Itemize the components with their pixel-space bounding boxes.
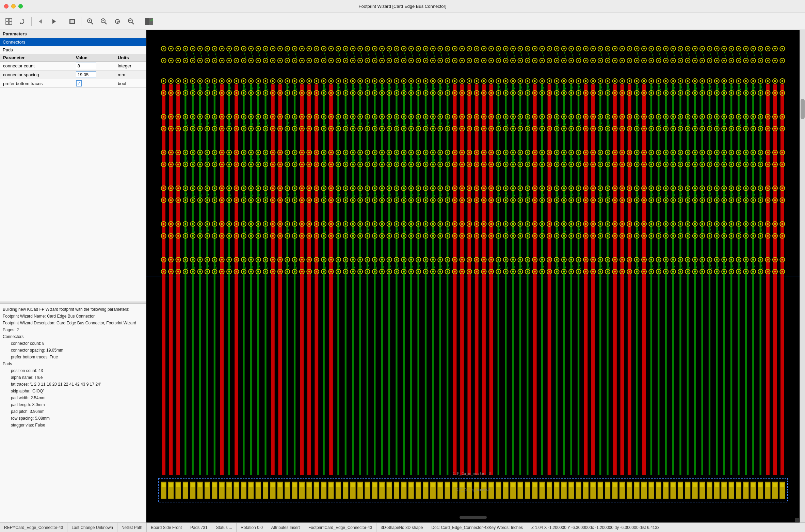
- param-value-connector-count[interactable]: [73, 62, 115, 70]
- param-value-prefer-bottom[interactable]: ✓: [73, 79, 115, 88]
- board-side-value: Front: [172, 525, 182, 530]
- tree-item-pads[interactable]: Pads: [0, 46, 146, 54]
- pcb-render-canvas[interactable]: [146, 30, 800, 522]
- forward-icon[interactable]: [48, 15, 60, 28]
- netlist-label: Netlist Path: [122, 525, 142, 530]
- status-coords: Z 1.04 X -1.200000 Y -6.300000 dx -1.200…: [527, 523, 664, 532]
- doc-label: Doc:: [431, 525, 440, 530]
- svg-line-20: [132, 22, 134, 24]
- tree-item-connectors[interactable]: Connectors: [0, 38, 146, 46]
- parameter-tree: Connectors Pads: [0, 38, 146, 54]
- log-line-17: row spacing: 5.08mm: [3, 415, 143, 421]
- log-line-13: skip alpha: 'GIOQ': [3, 388, 143, 394]
- toolbar-separator-4: [140, 17, 140, 26]
- zoom-reset-icon[interactable]: [125, 15, 137, 28]
- status-board-side: Board Side Front: [147, 523, 186, 532]
- svg-rect-1: [9, 18, 12, 21]
- board-side-label: Board Side: [151, 525, 171, 530]
- col-header-units: Units: [115, 54, 146, 62]
- pads-value: 731: [201, 525, 208, 530]
- log-line-10: position count: 43: [3, 368, 143, 374]
- maximize-button[interactable]: [18, 4, 23, 9]
- svg-line-12: [91, 22, 93, 24]
- connector-count-input[interactable]: [76, 63, 96, 69]
- param-name-prefer-bottom: prefer bottom traces: [0, 79, 73, 88]
- main-content: Parameters Connectors Pads Parameter Val…: [0, 30, 805, 522]
- svg-rect-22: [145, 18, 149, 25]
- refresh-icon[interactable]: [16, 15, 29, 28]
- horizontal-scrollbar[interactable]: [460, 516, 487, 519]
- col-header-value: Value: [73, 54, 115, 62]
- status-footprint: Footprint Card_Edge_Connector-43: [304, 523, 376, 532]
- status-label: Status: [216, 525, 228, 530]
- back-icon[interactable]: [34, 15, 47, 28]
- svg-line-15: [105, 22, 107, 24]
- log-line-11: alpha name: True: [3, 374, 143, 381]
- minimize-button[interactable]: [11, 4, 16, 9]
- status-rotation: Rotation 0.0: [237, 523, 267, 532]
- status-ref: REF** Card_Edge_Connector-43: [0, 523, 67, 532]
- param-units-connector-count: integer: [115, 62, 146, 70]
- param-value-connector-spacing[interactable]: [73, 70, 115, 79]
- log-line-1: Building new KiCad FP Wizard footprint w…: [3, 306, 143, 312]
- table-row: connector spacing mm: [0, 70, 146, 79]
- rotation-value: 0.0: [257, 525, 263, 530]
- param-name-connector-count: connector count: [0, 62, 73, 70]
- pads-label: Pads: [190, 525, 199, 530]
- scrollbar-thumb[interactable]: [801, 99, 805, 119]
- footprint-label: Footprint: [308, 525, 324, 530]
- vertical-scrollbar[interactable]: [800, 30, 805, 522]
- window-title: Footprint Wizard [Card Edge Bus Connecto…: [359, 4, 447, 9]
- export-pcb-icon[interactable]: [66, 15, 78, 28]
- pcb-canvas-area[interactable]: C.F_Cu_m_muster-3: [146, 30, 800, 522]
- keywords-label: Key Words:: [489, 525, 510, 530]
- svg-rect-2: [6, 22, 9, 25]
- status-status: Status ...: [212, 523, 237, 532]
- finish-wizard-icon[interactable]: [143, 15, 155, 28]
- log-line-16: pad pitch: 3.96mm: [3, 408, 143, 415]
- toolbar-separator-3: [81, 17, 81, 26]
- grid-icon[interactable]: [3, 15, 15, 28]
- attributes-label: Attributes: [271, 525, 289, 530]
- doc-value: Card_Edge_Connector-43: [441, 525, 488, 530]
- table-row: prefer bottom traces ✓ bool: [0, 79, 146, 88]
- toolbar-separator-1: [31, 17, 32, 26]
- parameter-table: Parameter Value Units connector count in…: [0, 54, 146, 88]
- log-output: Building new KiCad FP Wizard footprint w…: [0, 304, 146, 523]
- status-value: ...: [229, 525, 232, 530]
- param-units-connector-spacing: mm: [115, 70, 146, 79]
- zoom-out-icon[interactable]: [98, 15, 110, 28]
- close-button[interactable]: [4, 4, 9, 9]
- svg-marker-5: [39, 19, 42, 24]
- units-label: Inches: [511, 525, 523, 530]
- prefer-bottom-checkbox[interactable]: ✓: [76, 80, 82, 86]
- zoom-in-icon[interactable]: [84, 15, 96, 28]
- rotation-label: Rotation: [241, 525, 256, 530]
- window-controls[interactable]: [4, 4, 23, 9]
- left-panel: Parameters Connectors Pads Parameter Val…: [0, 30, 146, 522]
- log-line-12: fat traces: '1 2 3 11 16 20 21 22 41 42 …: [3, 381, 143, 387]
- svg-rect-0: [6, 18, 9, 21]
- footprint-value: Card_Edge_Connector-43: [324, 525, 372, 530]
- parameter-table-container: Parameter Value Units connector count in…: [0, 54, 146, 88]
- status-netlist: Netlist Path: [117, 523, 147, 532]
- log-line-4: Pages: 2: [3, 327, 143, 333]
- last-change-value: Unknown: [96, 525, 113, 530]
- pcb-overlay-text: C.F_Cu_m_muster-3: [455, 488, 490, 492]
- log-line-6: connector count: 8: [3, 340, 143, 346]
- status-last-change: Last Change Unknown: [67, 523, 117, 532]
- log-line-8: prefer bottom traces: True: [3, 354, 143, 360]
- connector-spacing-input[interactable]: [76, 71, 96, 78]
- component-value: Card_Edge_Connector-43: [15, 525, 63, 530]
- table-row: connector count integer: [0, 62, 146, 70]
- zoom-fit-icon[interactable]: [111, 15, 124, 28]
- param-units-prefer-bottom: bool: [115, 79, 146, 88]
- status-doc: Doc: Card_Edge_Connector-43 Key Words: I…: [427, 523, 527, 532]
- log-line-14: pad width: 2.54mm: [3, 395, 143, 401]
- toolbar-separator-2: [63, 17, 63, 26]
- log-line-7: connector spacing: 19.05mm: [3, 347, 143, 353]
- svg-marker-6: [52, 19, 56, 24]
- status-bar: REF** Card_Edge_Connector-43 Last Change…: [0, 522, 805, 532]
- x-value: X -1.200000 Y -6.300000: [544, 525, 590, 530]
- log-line-5: Connectors: [3, 334, 143, 340]
